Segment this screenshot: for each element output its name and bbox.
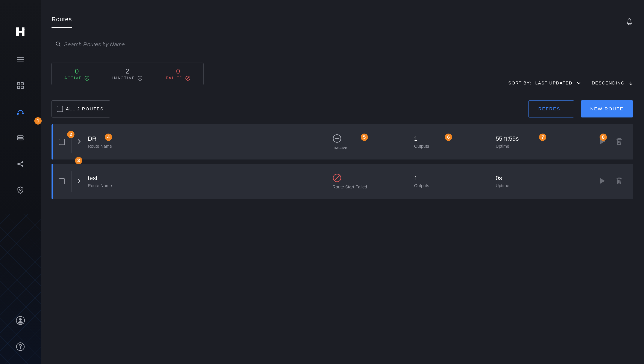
delete-route-icon[interactable] — [615, 137, 623, 147]
status-text: Inactive — [333, 145, 414, 150]
annotation-badge: 4 — [105, 134, 112, 141]
annotation-badge: 3 — [75, 157, 82, 164]
main-content: Routes 0 ACTIVE 2 INACTIVE 0 — [41, 0, 644, 364]
row-divider — [71, 171, 72, 192]
nav-help-icon[interactable] — [16, 342, 25, 351]
col-status: Route Start Failed — [333, 174, 414, 190]
route-name-label: Route Name — [88, 144, 333, 149]
search-input[interactable] — [52, 39, 217, 52]
annotation-badge: 6 — [445, 134, 452, 141]
row-checkbox[interactable] — [59, 178, 65, 184]
col-name: DR Route Name — [88, 135, 333, 149]
svg-point-10 — [17, 163, 19, 165]
annotation-badge: 7 — [539, 134, 546, 141]
svg-point-11 — [22, 161, 23, 163]
svg-rect-8 — [18, 136, 23, 138]
svg-point-15 — [19, 318, 22, 321]
route-name: test — [88, 175, 333, 182]
page-header: Routes — [52, 0, 633, 28]
sidebar — [0, 0, 41, 364]
col-outputs: 1 Outputs — [414, 175, 496, 188]
search-icon — [55, 41, 61, 47]
status-filter-active[interactable]: 0 ACTIVE — [52, 62, 102, 85]
app-logo — [15, 26, 26, 38]
sort-by-dropdown[interactable]: SORT BY: LAST UPDATED — [508, 80, 581, 86]
annotation-badge: 1 — [34, 117, 42, 124]
sort-controls: SORT BY: LAST UPDATED DESCENDING — [508, 80, 633, 86]
svg-point-17 — [20, 348, 21, 349]
status-filter-failed[interactable]: 0 FAILED — [153, 62, 203, 85]
uptime-label: Uptime — [496, 144, 584, 149]
route-name-label: Route Name — [88, 183, 333, 188]
status-filter-inactive[interactable]: 2 INACTIVE — [102, 62, 153, 85]
col-outputs: 1 Outputs — [414, 135, 496, 149]
col-uptime: 0s Uptime — [496, 175, 584, 188]
route-row: DR Route Name Inactive 1 Outputs 55m:55s… — [52, 124, 633, 160]
svg-point-1 — [24, 29, 25, 30]
svg-point-12 — [22, 165, 23, 167]
active-label: ACTIVE — [64, 76, 89, 81]
play-route-icon[interactable] — [598, 177, 606, 186]
status-inactive-icon — [333, 134, 414, 144]
nav-dashboard-icon[interactable] — [16, 81, 25, 90]
inactive-count: 2 — [126, 67, 129, 75]
nav-shield-icon[interactable] — [16, 186, 25, 195]
annotation-badge: 2 — [67, 131, 75, 138]
row-checkbox[interactable] — [59, 139, 65, 145]
outputs-value: 1 — [414, 175, 496, 182]
outputs-label: Outputs — [414, 144, 496, 149]
annotation-badge: 5 — [361, 134, 368, 141]
route-name: DR — [88, 135, 333, 142]
action-buttons: REFRESH NEW ROUTE — [528, 100, 633, 118]
expand-chevron-icon[interactable] — [77, 178, 81, 185]
row-actions — [598, 177, 623, 186]
col-status: Inactive — [333, 134, 414, 150]
nav-sources-icon[interactable] — [16, 133, 25, 142]
svg-rect-3 — [21, 82, 23, 85]
controls-row — [52, 28, 633, 52]
failed-label: FAILED — [166, 76, 190, 81]
inactive-label: INACTIVE — [112, 76, 142, 81]
list-toolbar: ALL 2 ROUTES REFRESH NEW ROUTE — [52, 100, 633, 118]
svg-point-7 — [22, 112, 24, 114]
uptime-value: 0s — [496, 175, 584, 182]
failed-count: 0 — [176, 67, 180, 75]
select-all-checkbox[interactable] — [57, 106, 63, 112]
svg-rect-4 — [17, 86, 20, 88]
search-container — [52, 39, 217, 52]
new-route-button[interactable]: NEW ROUTE — [581, 100, 633, 118]
svg-rect-9 — [18, 138, 23, 140]
svg-rect-5 — [21, 86, 23, 88]
arrow-down-icon — [628, 81, 633, 86]
minus-circle-icon — [137, 76, 142, 81]
notifications-bell-icon[interactable] — [625, 18, 633, 26]
chevron-down-icon — [576, 81, 581, 86]
svg-point-6 — [17, 113, 19, 115]
nav-user-icon[interactable] — [16, 316, 25, 325]
sort-direction-toggle[interactable]: DESCENDING — [592, 80, 633, 86]
select-all-toggle[interactable]: ALL 2 ROUTES — [52, 100, 110, 118]
nav-routes-icon[interactable] — [16, 107, 25, 116]
status-failed-icon — [333, 174, 414, 183]
route-row: test Route Name Route Start Failed 1 Out… — [52, 164, 633, 199]
check-circle-icon — [84, 76, 90, 81]
status-text: Route Start Failed — [333, 184, 414, 190]
col-name: test Route Name — [88, 175, 333, 188]
delete-route-icon[interactable] — [615, 177, 623, 186]
svg-point-13 — [20, 189, 21, 190]
tab-routes[interactable]: Routes — [52, 16, 72, 28]
annotation-badge: 8 — [599, 134, 607, 141]
outputs-label: Outputs — [414, 183, 496, 188]
active-count: 0 — [75, 67, 79, 75]
refresh-button[interactable]: REFRESH — [528, 100, 574, 118]
svg-rect-2 — [17, 82, 20, 85]
nav-menu-icon[interactable] — [16, 55, 25, 64]
nav-network-icon[interactable] — [16, 160, 25, 168]
outputs-value: 1 — [414, 135, 496, 142]
expand-chevron-icon[interactable] — [77, 138, 81, 145]
svg-point-0 — [23, 28, 24, 29]
slash-circle-icon — [185, 76, 190, 81]
uptime-label: Uptime — [496, 183, 584, 188]
